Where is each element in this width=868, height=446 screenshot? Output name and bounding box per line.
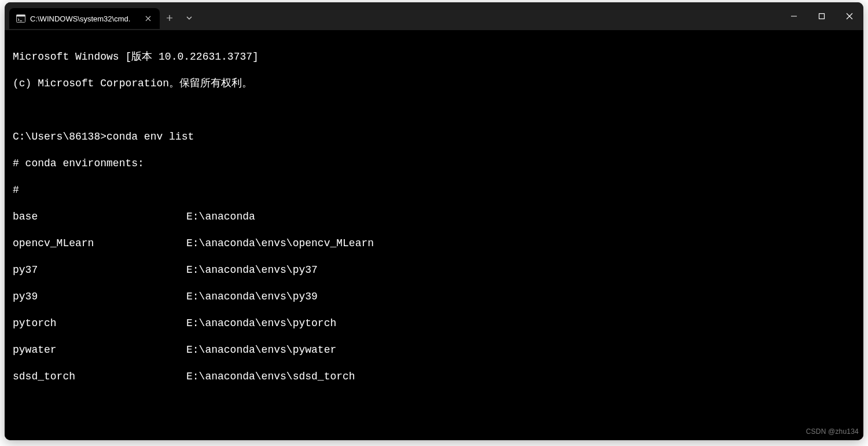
command-text: conda env list: [106, 131, 194, 142]
maximize-button[interactable]: [808, 2, 836, 30]
env-row: py39E:\anaconda\envs\py39: [13, 290, 855, 304]
tab-cmd[interactable]: C:\WINDOWS\system32\cmd.: [9, 8, 160, 29]
env-path: E:\anaconda\envs\pywater: [186, 343, 336, 357]
prompt-line: C:\Users\86138>conda env list: [13, 130, 855, 144]
env-name: base: [13, 210, 186, 224]
env-path: E:\anaconda\envs\py37: [186, 264, 318, 277]
env-row: pywaterE:\anaconda\envs\pywater: [13, 343, 855, 357]
banner-line: Microsoft Windows [版本 10.0.22631.3737]: [13, 50, 855, 64]
blank-line: [13, 397, 855, 410]
env-name: opencv_MLearn: [13, 237, 186, 250]
env-hash: #: [13, 184, 855, 197]
env-row: baseE:\anaconda: [13, 210, 855, 224]
env-path: E:\anaconda: [186, 210, 255, 224]
env-path: E:\anaconda\envs\opencv_MLearn: [186, 237, 374, 250]
window-controls: [780, 2, 863, 30]
titlebar: C:\WINDOWS\system32\cmd.: [5, 2, 863, 30]
banner-line: (c) Microsoft Corporation。保留所有权利。: [13, 77, 855, 90]
env-path: E:\anaconda\envs\pytorch: [186, 317, 336, 330]
env-row: py37E:\anaconda\envs\py37: [13, 264, 855, 277]
terminal-output[interactable]: Microsoft Windows [版本 10.0.22631.3737] (…: [5, 30, 863, 440]
new-tab-button[interactable]: [160, 8, 179, 28]
env-name: pytorch: [13, 317, 186, 330]
env-name: sdsd_torch: [13, 370, 186, 383]
env-name: py37: [13, 264, 186, 277]
watermark: CSDN @zhu134: [806, 425, 859, 438]
tabs-area: C:\WINDOWS\system32\cmd.: [5, 2, 199, 30]
tab-title: C:\WINDOWS\system32\cmd.: [30, 14, 138, 23]
tab-close-button[interactable]: [142, 13, 154, 24]
cmd-icon: [16, 14, 25, 23]
svg-rect-1: [17, 15, 25, 17]
env-name: pywater: [13, 343, 186, 357]
env-header: # conda environments:: [13, 157, 855, 170]
minimize-button[interactable]: [780, 2, 808, 30]
svg-rect-4: [819, 14, 825, 19]
env-row: pytorchE:\anaconda\envs\pytorch: [13, 317, 855, 330]
env-path: E:\anaconda\envs\sdsd_torch: [186, 370, 355, 383]
blank-line: [13, 104, 855, 117]
env-row: sdsd_torchE:\anaconda\envs\sdsd_torch: [13, 370, 855, 383]
terminal-window: C:\WINDOWS\system32\cmd.: [5, 2, 863, 440]
tab-dropdown-button[interactable]: [179, 8, 199, 28]
prompt-prefix: C:\Users\86138>: [13, 131, 106, 142]
env-name: py39: [13, 290, 186, 304]
blank-line: [13, 423, 855, 437]
env-row: opencv_MLearnE:\anaconda\envs\opencv_MLe…: [13, 237, 855, 250]
close-button[interactable]: [836, 2, 863, 30]
env-path: E:\anaconda\envs\py39: [186, 290, 318, 304]
